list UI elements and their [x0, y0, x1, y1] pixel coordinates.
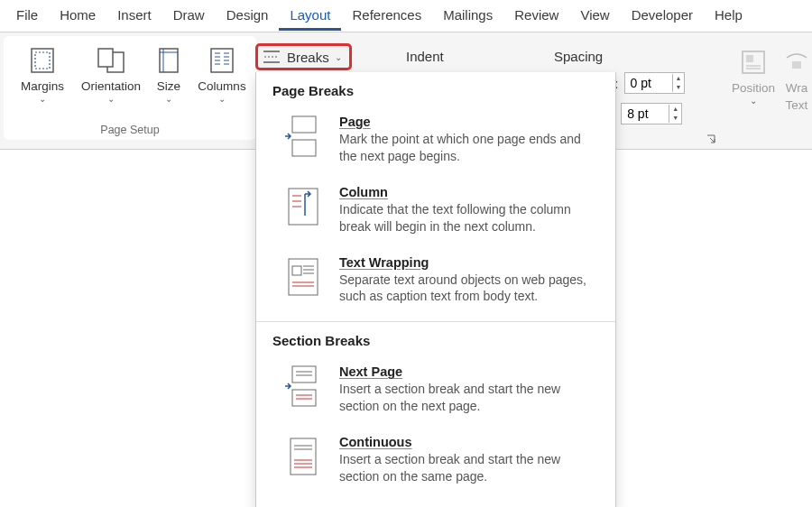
chevron-down-icon: ⌄: [750, 98, 757, 104]
breaks-icon: [262, 48, 281, 66]
gallery-item-column[interactable]: Column Indicate that the text following …: [256, 178, 615, 248]
group-page-setup-label: Page Setup: [100, 124, 159, 138]
spin-down-icon[interactable]: ▼: [669, 114, 681, 123]
chevron-down-icon: ⌄: [39, 97, 46, 102]
section-breaks-header: Section Breaks: [256, 322, 615, 357]
ribbon-tabs: File Home Insert Draw Design Layout Refe…: [0, 0, 812, 32]
margins-label: Margins: [21, 79, 64, 93]
svg-rect-25: [292, 140, 316, 156]
svg-rect-30: [289, 259, 318, 295]
position-label: Position: [732, 81, 775, 95]
tab-review[interactable]: Review: [503, 2, 569, 31]
svg-rect-7: [211, 49, 233, 72]
size-button[interactable]: Size ⌄: [148, 40, 189, 102]
svg-rect-37: [292, 366, 316, 383]
svg-rect-24: [292, 116, 316, 133]
gallery-item-title: Continuous: [339, 435, 599, 449]
svg-rect-23: [792, 61, 801, 69]
page-breaks-header: Page Breaks: [256, 72, 615, 107]
gallery-item-desc: Insert a section break and start the new…: [339, 451, 599, 485]
columns-icon: [209, 45, 235, 76]
orientation-button[interactable]: Orientation ⌄: [79, 40, 143, 102]
tab-home[interactable]: Home: [49, 2, 106, 31]
gallery-item-title: Next Page: [339, 364, 599, 379]
spacing-after-spinner[interactable]: ▲▼: [621, 103, 682, 124]
spin-down-icon[interactable]: ▼: [673, 83, 685, 92]
spacing-label: Spacing: [554, 49, 603, 64]
spacing-before-input[interactable]: [625, 76, 672, 90]
orientation-icon: [97, 45, 125, 76]
tab-insert[interactable]: Insert: [106, 2, 162, 31]
margins-icon: [29, 45, 56, 76]
gallery-item-desc: Insert a section break and start the new…: [339, 381, 599, 415]
continuous-icon: [283, 435, 323, 478]
gallery-item-page[interactable]: Page Mark the point at which one page en…: [256, 107, 615, 178]
tab-file[interactable]: File: [5, 2, 49, 31]
position-button: Position ⌄: [727, 41, 780, 112]
wrap-text-button: Wra Text: [781, 41, 812, 112]
spin-up-icon[interactable]: ▲: [669, 105, 681, 114]
ribbon-pane: Margins ⌄ Orientation ⌄ Size ⌄: [4, 36, 256, 140]
group-page-setup: Margins ⌄ Orientation ⌄ Size ⌄: [4, 36, 256, 140]
wrap-label2: Text: [786, 98, 808, 112]
orientation-label: Orientation: [81, 79, 141, 93]
svg-rect-20: [746, 55, 753, 62]
tab-draw[interactable]: Draw: [162, 2, 216, 31]
chevron-down-icon: ⌄: [335, 52, 342, 62]
gallery-item-title: Page: [339, 115, 599, 129]
column-break-icon: [283, 185, 323, 228]
gallery-item-desc: Mark the point at which one page ends an…: [339, 131, 599, 165]
group-arrange: Position ⌄ Wra Text: [727, 41, 812, 112]
svg-rect-40: [292, 390, 316, 406]
gallery-item-desc: Indicate that the text following the col…: [339, 201, 599, 235]
gallery-item-text-wrapping[interactable]: Text Wrapping Separate text around objec…: [256, 248, 615, 318]
chevron-down-icon: ⌄: [107, 97, 115, 102]
page-break-icon: [283, 115, 323, 158]
indent-label: Indent: [406, 49, 444, 64]
svg-rect-3: [98, 49, 113, 67]
gallery-item-title: Text Wrapping: [339, 255, 599, 270]
chevron-down-icon: ⌄: [218, 97, 226, 102]
spacing-after-input[interactable]: [622, 106, 669, 121]
breaks-button[interactable]: Breaks ⌄: [255, 43, 352, 70]
gallery-item-title: Column: [339, 185, 599, 199]
tab-layout[interactable]: Layout: [279, 2, 341, 31]
tab-mailings[interactable]: Mailings: [432, 2, 503, 31]
columns-label: Columns: [198, 79, 245, 93]
position-icon: [741, 47, 766, 78]
size-icon: [157, 45, 180, 76]
margins-button[interactable]: Margins ⌄: [11, 40, 74, 102]
svg-rect-43: [291, 438, 316, 475]
gallery-item-continuous[interactable]: Continuous Insert a section break and st…: [256, 428, 615, 498]
spin-up-icon[interactable]: ▲: [673, 74, 685, 83]
chevron-down-icon: ⌄: [165, 97, 172, 102]
breaks-gallery: Page Breaks Page Mark the point at which…: [255, 72, 616, 507]
size-label: Size: [157, 79, 180, 93]
wrap-text-icon: [784, 47, 809, 78]
svg-rect-1: [35, 52, 50, 69]
paragraph-launcher[interactable]: [706, 134, 718, 146]
gallery-item-desc: Separate text around objects on web page…: [339, 272, 599, 306]
tab-developer[interactable]: Developer: [621, 2, 704, 31]
gallery-item-next-page[interactable]: Next Page Insert a section break and sta…: [256, 357, 615, 428]
tab-design[interactable]: Design: [216, 2, 280, 31]
text-wrapping-icon: [283, 255, 323, 299]
wrap-label1: Wra: [786, 81, 808, 95]
next-page-icon: [283, 364, 323, 408]
breaks-label: Breaks: [287, 50, 329, 65]
tab-references[interactable]: References: [341, 2, 432, 31]
spacing-before-spinner[interactable]: ▲▼: [624, 72, 686, 94]
tab-help[interactable]: Help: [704, 2, 753, 31]
columns-button[interactable]: Columns ⌄: [195, 40, 249, 102]
tab-view[interactable]: View: [569, 2, 620, 31]
